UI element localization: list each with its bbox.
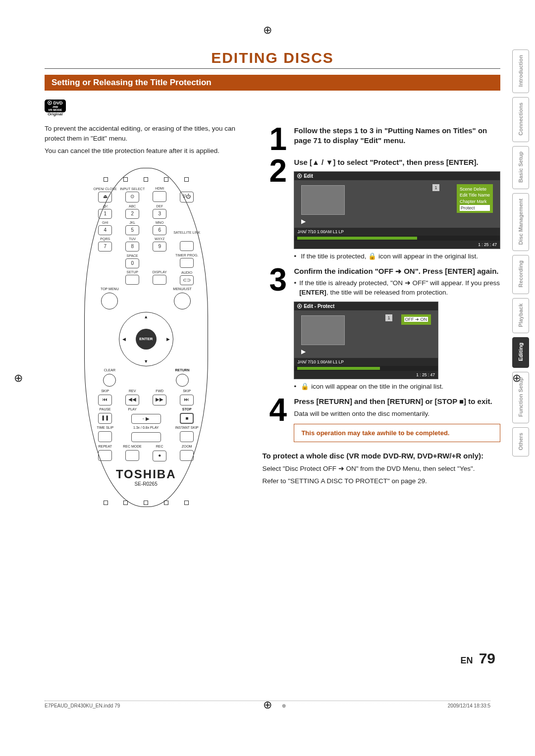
warning-note: This operation may take awhile to be com…: [294, 424, 500, 442]
print-footer: E7PEAUD_DR430KU_EN.indd 79 ⊕ 2009/12/14 …: [45, 701, 490, 708]
tab-others[interactable]: Others: [512, 427, 529, 456]
satellite-button: [180, 241, 194, 251]
chapter-title: EDITING DISCS: [45, 50, 500, 66]
tab-recording[interactable]: Recording: [512, 255, 529, 294]
right-column: 1 Follow the steps 1 to 3 in "Putting Na…: [262, 121, 500, 507]
input-button: ⊙: [125, 192, 139, 202]
tab-function-setup[interactable]: Function Setup: [512, 372, 529, 423]
menulist-button: [174, 293, 191, 309]
register-mark-left: ⊕: [14, 372, 23, 385]
dvd-badge: 🖸 DVD -RWVR MODE: [45, 100, 66, 112]
tab-editing[interactable]: Editing: [512, 337, 529, 367]
step-2: 2 Use [▲ / ▼] to select "Protect", then …: [262, 157, 500, 261]
whole-disc-line2: Refer to "SETTING A DISC TO PROTECT" on …: [262, 476, 500, 486]
brand-logo: TOSHIBA: [92, 467, 201, 481]
step-4: 4 Press [RETURN] and then [RETURN] or [S…: [262, 397, 500, 442]
topmenu-button: [101, 293, 118, 309]
dvd-badge-sub: Original: [45, 112, 66, 116]
rule: [45, 68, 500, 69]
page-number: EN79: [461, 650, 495, 667]
tab-introduction[interactable]: Introduction: [512, 50, 529, 93]
intro-para-2: You can cancel the title protection feat…: [45, 146, 247, 156]
return-button: [176, 374, 189, 387]
model-number: SE-R0265: [92, 481, 201, 487]
manual-page: ⊕ ⊕ ⊕ ⊕ EDITING DISCS Setting or Releasi…: [0, 0, 535, 756]
enter-button: ENTER: [136, 329, 157, 350]
whole-disc-line1: Select "Disc Protect OFF ➜ ON" from the …: [262, 464, 500, 474]
dvd-badge-block: 🖸 DVD -RWVR MODE Original: [45, 95, 500, 117]
tab-connections[interactable]: Connections: [512, 97, 529, 142]
left-column: To prevent the accidental editing, or er…: [45, 121, 247, 507]
step-1: 1 Follow the steps 1 to 3 in "Putting Na…: [262, 126, 500, 152]
nav-ring: ▲▼◀▶ ENTER: [119, 312, 173, 366]
tab-basic-setup[interactable]: Basic Setup: [512, 146, 529, 189]
step-3: 3 Confirm the indication "OFF ➜ ON". Pre…: [262, 266, 500, 392]
tab-playback[interactable]: Playback: [512, 298, 529, 334]
hdmi-button: [153, 191, 166, 202]
section-tabs: Introduction Connections Basic Setup Dis…: [512, 50, 529, 456]
remote-diagram: OPEN/ CLOSE⏏ INPUT SELECT⊙ HDMI I/⏻ .@/:…: [84, 168, 208, 507]
section-heading: Setting or Releasing the Title Protectio…: [45, 75, 500, 91]
eject-button: ⏏: [98, 192, 112, 202]
clear-button: [103, 374, 116, 387]
screenshot-edit-menu: 🖸 Edit ▶ 1 Scene Delete Edit Title Name …: [294, 171, 500, 249]
whole-disc-heading: To protect a whole disc (VR mode DVD-RW,…: [262, 451, 500, 461]
intro-para-1: To prevent the accidental editing, or er…: [45, 124, 247, 143]
timer-button: [180, 258, 194, 268]
tab-disc-management[interactable]: Disc Management: [512, 193, 529, 252]
screenshot-edit-protect: 🖸 Edit - Protect ▶ 1 OFF ➜ ON JAN/ 7/10 …: [294, 302, 438, 379]
register-mark-top: ⊕: [263, 24, 272, 37]
power-button: I/⏻: [180, 192, 194, 202]
